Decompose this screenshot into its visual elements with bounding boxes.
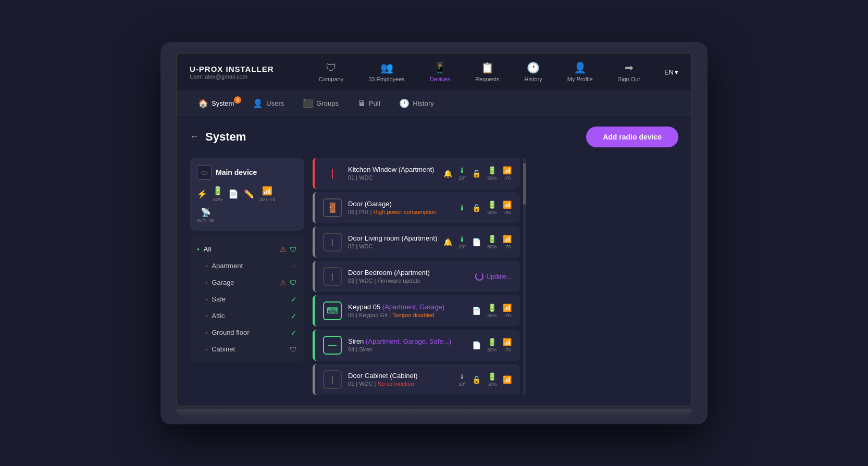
nav-item-myprofile[interactable]: 👤 My Profile [561, 57, 599, 86]
home-icon: 🏠 [198, 98, 208, 108]
scrollbar-track[interactable] [523, 158, 526, 395]
top-nav: U-PROX INSTALLER User: alex@gmail.com 🛡 … [177, 54, 691, 91]
zone-safe-name: Safe [212, 295, 226, 303]
zone-groundfloor[interactable]: ● Ground floor ✓ [190, 324, 304, 341]
doc-icon: 📄 [228, 189, 239, 199]
zone-safe[interactable]: ● Safe ✓ [190, 291, 304, 308]
nav-item-history[interactable]: 🕐 History [518, 57, 548, 86]
zone-apartment-left: ● Apartment [197, 262, 243, 270]
main-device-name: Main device [216, 168, 257, 177]
nav-item-devices[interactable]: 📱 Devices [424, 57, 456, 86]
metric-batt1: 🔋 50% [487, 166, 497, 181]
metric-temp7: 🌡 20° [458, 372, 466, 387]
sub-nav-users[interactable]: 👤 Users [244, 95, 292, 111]
temp-value: 20° [458, 175, 466, 181]
zone-groundfloor-shield: ✓ [291, 329, 297, 337]
sub-nav-pult-label: Pult [369, 99, 380, 107]
back-button[interactable]: ← [190, 131, 199, 142]
door-cabinet-name: Door Cabinet (Cabinet) [348, 372, 452, 380]
zone-all[interactable]: ● All ⚠ 🛡 [190, 241, 304, 258]
temp2-icon: 🌡 [458, 204, 466, 212]
zone-apartment-shield: ○ [293, 262, 297, 270]
lang-button[interactable]: EN ▾ [664, 68, 678, 76]
sub-nav-groups-label: Groups [316, 99, 339, 107]
stat-power: ⚡ [197, 189, 207, 199]
nav-item-requests[interactable]: 📋 Requests [469, 57, 505, 86]
sig-value: -70 [504, 175, 511, 181]
device-row-kitchen-window[interactable]: | Kitchen Window (Apartment) 01 | WDC 🔔 [313, 158, 520, 189]
zone-attic-name: Attic [212, 312, 225, 320]
scrollbar-thumb[interactable] [523, 163, 526, 205]
device-row-door-garage[interactable]: 🚪 Door (Garage) 06 | PIR | High power co… [313, 192, 520, 223]
kitchen-window-sub: 01 | WDC [348, 174, 437, 181]
signout-icon: ➡ [625, 61, 634, 74]
device-row-door-cabinet[interactable]: | Door Cabinet (Cabinet) 01 | WDC | No c… [313, 364, 520, 395]
kitchen-window-info: Kitchen Window (Apartment) 01 | WDC [348, 166, 437, 181]
sub-nav-system[interactable]: 🏠 System 9 [190, 95, 242, 111]
chevron-down-icon: ▾ [675, 68, 678, 76]
sub-nav-groups[interactable]: ⬛ Groups [294, 95, 347, 111]
device-row-door-living[interactable]: | Door Living room (Apartment) 02 | WDC … [313, 226, 520, 258]
door-living-metrics: 🔔 🌡 20° 📄 🔋 [443, 235, 512, 249]
metric-temp3: 🌡 20° [458, 235, 466, 249]
door-garage-info: Door (Garage) 06 | PIR | High power cons… [348, 200, 452, 215]
zone-attic[interactable]: ● Attic ✓ [190, 308, 304, 324]
zone-all-name: All [204, 245, 211, 253]
page-title: System [205, 130, 246, 144]
sig7-icon: 📶 [503, 375, 512, 384]
zone-garage[interactable]: ● Garage ⚠ 🛡 [190, 274, 304, 291]
lock2-icon: 🔒 [472, 204, 481, 212]
nav-label-devices: Devices [430, 76, 450, 82]
zone-cabinet[interactable]: ● Cabinet 🛡 [190, 341, 304, 358]
metric-sig5: 📶 -70 [503, 304, 512, 318]
door-garage-sub: 06 | PIR | High power consumption [348, 209, 452, 215]
nav-item-signout[interactable]: ➡ Sign Out [612, 57, 647, 86]
batt-value: 50% [487, 175, 497, 181]
zone-apartment[interactable]: ● Apartment ○ [190, 258, 304, 274]
update-spinner [475, 272, 483, 281]
stat-battery: 🔋 50% [213, 186, 223, 202]
metric-lock7: 🔒 [472, 375, 481, 384]
doc6-icon: 📄 [472, 341, 481, 349]
zone-garage-warn-icon: ⚠ [280, 279, 287, 287]
zone-cabinet-left: ● Cabinet [197, 345, 235, 353]
metric-temp1: 🌡 20° [458, 166, 466, 181]
myprofile-icon: 👤 [574, 61, 587, 74]
edit-icon: ✏️ [244, 189, 254, 199]
metric-temp2: 🌡 [458, 204, 466, 212]
nav-item-company[interactable]: 🛡 Company [313, 58, 350, 86]
add-device-button[interactable]: Add radio device [586, 127, 678, 147]
zone-garage-icons: ⚠ 🛡 [280, 279, 297, 287]
page-header: ← System Add radio device [190, 127, 678, 147]
sub-nav: 🏠 System 9 👤 Users ⬛ Groups 🖥 Pult 🕐 His… [177, 91, 691, 116]
device-row-door-bedroom[interactable]: | Door Bedroom (Apartment) 03 | WDC | Fi… [313, 261, 520, 292]
batt7-value: 50% [487, 382, 497, 387]
metric-batt2: 🔋 50% [487, 200, 497, 215]
door-garage-icon: 🚪 [323, 198, 342, 217]
sub-nav-history[interactable]: 🕐 History [391, 95, 442, 111]
metric-batt7: 🔋 50% [487, 372, 497, 387]
doc5-icon: 📄 [472, 307, 481, 315]
stat-wifi: 📡 WiFi -30 [197, 207, 215, 223]
device-row-keypad[interactable]: ⌨ Keypad 05 (Apartment, Garage) 05 | Key… [313, 295, 520, 326]
metric-doc6: 📄 [472, 341, 481, 349]
device-list: | Kitchen Window (Apartment) 01 | WDC 🔔 [313, 158, 520, 395]
sub-nav-pult[interactable]: 🖥 Pult [349, 95, 389, 111]
update-badge: Update... [475, 272, 512, 281]
nav-items: 🛡 Company 👥 33 Employees 📱 Devices 📋 Req… [295, 57, 664, 86]
device-row-siren[interactable]: — Siren (Apartment, Garage, Safe...) 04 … [313, 330, 520, 361]
sub-history-icon: 🕐 [399, 98, 410, 108]
zone-apartment-dot: ● [205, 264, 207, 268]
siren-name: Siren (Apartment, Garage, Safe...) [348, 337, 466, 345]
nav-item-employees[interactable]: 👥 33 Employees [362, 57, 411, 86]
sig5-icon: 📶 [503, 304, 512, 312]
zone-attic-shield: ✓ [291, 312, 297, 320]
stat-edit: ✏️ [244, 189, 254, 199]
batt5-icon: 🔋 [488, 304, 497, 312]
door-cabinet-info: Door Cabinet (Cabinet) 01 | WDC | No con… [348, 372, 452, 387]
metric-sig2: 📶 -85 [503, 200, 512, 215]
pult-icon: 🖥 [357, 98, 366, 108]
metric-lock1: 🔒 [472, 169, 481, 178]
sub-nav-system-label: System [212, 99, 234, 107]
devices-icon: 📱 [433, 61, 447, 74]
